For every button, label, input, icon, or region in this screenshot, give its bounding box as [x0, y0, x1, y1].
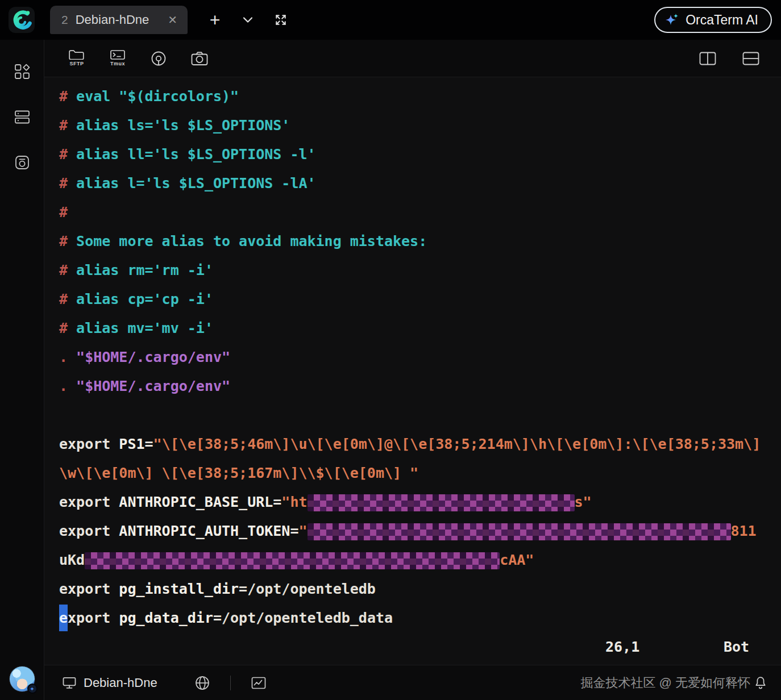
terminal-text: cAA" [500, 552, 534, 568]
tab-title: Debian-hDne [76, 13, 149, 27]
terminal-line: # alias ll='ls $LS_OPTIONS -l' [59, 140, 781, 169]
terminal-text: alias cp='cp -i' [76, 291, 213, 307]
terminal-text: eval "$(dircolors)" [76, 88, 239, 105]
tmux-button[interactable]: Tmux [105, 50, 131, 66]
terminal-text: = [273, 494, 281, 510]
terminal-window-icon [110, 50, 125, 60]
bell-icon[interactable] [754, 676, 767, 690]
terminal-line: . "$HOME/.cargo/env" [59, 343, 781, 372]
orcaterm-ai-button[interactable]: OrcaTerm AI [654, 7, 772, 33]
terminal-line: export pg_data_dir=/opt/openteledb_data [59, 603, 781, 632]
terminal-line: . "$HOME/.cargo/env" [59, 372, 781, 401]
stats-icon [251, 677, 266, 689]
plugin-icon [150, 50, 167, 67]
terminal-line: # alias l='ls $LS_OPTIONS -lA' [59, 169, 781, 198]
redacted-secret [308, 494, 575, 511]
title-bar: 2 Debian-hDne ✕ + [0, 0, 781, 40]
terminal-line: # alias ls='ls $LS_OPTIONS' [59, 111, 781, 140]
terminal-text: = [145, 436, 153, 452]
terminal-text: s" [575, 494, 592, 510]
terminal-toolbar: SFTP Tmux [44, 40, 781, 77]
terminal-line: export pg_install_dir=/opt/openteledb [59, 574, 781, 603]
terminal-text: export [59, 494, 119, 510]
terminal-text: xport [68, 610, 119, 626]
terminal-text: ANTHROPIC_AUTH_TOKEN [119, 523, 290, 539]
folder-icon [69, 50, 85, 60]
new-tab-button[interactable]: + [205, 10, 225, 30]
terminal-text: # [59, 262, 76, 278]
chevron-down-icon[interactable] [238, 10, 258, 30]
sessions-icon [14, 154, 31, 171]
terminal-text: # [59, 146, 76, 163]
terminal-text: \w\[\e[0m\] \[\e[38;5;167m\]\\$\[\e[0m\]… [59, 465, 418, 481]
expand-icon[interactable] [271, 10, 291, 30]
terminal-lines: # eval "$(dircolors)"# alias ls='ls $LS_… [59, 82, 781, 632]
sidebar-item-hosts[interactable] [10, 105, 35, 130]
terminal-text: pg_install_dir [119, 581, 239, 597]
screenshot-button[interactable] [186, 51, 213, 66]
terminal-text: uKd [59, 552, 85, 568]
split-horizontal-button[interactable] [738, 52, 764, 65]
apps-grid-icon [14, 63, 31, 80]
terminal-text: "\[\e[38;5;46m\]\u\[\e[0m\]@\[\e[38;5;21… [153, 436, 761, 452]
terminal-text: "$HOME/.cargo/env" [76, 378, 230, 394]
terminal-line: # alias rm='rm -i' [59, 256, 781, 285]
redacted-secret [308, 523, 731, 540]
app-logo-icon [8, 6, 35, 34]
sftp-label: SFTP [69, 61, 84, 66]
tab-debian-hdne[interactable]: 2 Debian-hDne ✕ [50, 6, 188, 34]
sidebar-item-apps[interactable] [10, 59, 35, 84]
terminal-text: . [59, 349, 76, 365]
plugin-button[interactable] [146, 50, 172, 67]
terminal-text: export [59, 436, 119, 452]
terminal-text: # [59, 88, 76, 105]
split-vertical-icon [699, 52, 716, 65]
sidebar-item-sessions[interactable] [10, 150, 35, 175]
tmux-label: Tmux [110, 61, 125, 66]
app-window: 2 Debian-hDne ✕ + [0, 0, 781, 700]
user-avatar[interactable]: ✦ [9, 666, 35, 692]
main-panel: SFTP Tmux [44, 40, 781, 700]
terminal-text: # [59, 233, 76, 249]
terminal-text: " [298, 523, 307, 539]
ai-button-label: OrcaTerm AI [686, 13, 758, 28]
terminal-text: alias ll='ls $LS_OPTIONS -l' [76, 146, 315, 163]
terminal-text: . [59, 378, 76, 394]
app-logo[interactable] [8, 6, 35, 34]
terminal-text: alias mv='mv -i' [76, 320, 213, 336]
terminal-text: alias ls='ls $LS_OPTIONS' [76, 117, 290, 134]
terminal-text: =/opt/openteledb [239, 581, 376, 597]
status-bar: Debian-hDne 掘金 [44, 665, 781, 700]
vim-ruler-position: 26,1 [605, 632, 639, 661]
terminal-text: export [59, 523, 119, 539]
terminal-text: = [290, 523, 298, 539]
session-icon [63, 677, 76, 689]
sftp-button[interactable]: SFTP [64, 50, 90, 66]
stats-button[interactable] [251, 677, 266, 689]
terminal-text: # [59, 291, 76, 307]
redacted-secret [85, 552, 500, 569]
terminal-line: # alias cp='cp -i' [59, 285, 781, 314]
terminal-line: export ANTHROPIC_AUTH_TOKEN="811 [59, 516, 781, 545]
server-icon [14, 109, 31, 126]
sparkle-icon [664, 12, 680, 28]
sidebar: ✦ [0, 40, 44, 700]
terminal-text: =/opt/openteledb_data [213, 610, 393, 626]
globe-icon [195, 676, 210, 690]
close-icon[interactable]: ✕ [157, 13, 177, 27]
session-name: Debian-hDne [84, 676, 157, 690]
terminal-line: \w\[\e[0m\] \[\e[38;5;167m\]\\$\[\e[0m\]… [59, 459, 781, 488]
terminal-text: pg_data_dir [119, 610, 213, 626]
split-vertical-button[interactable] [695, 52, 721, 65]
terminal-text: "ht [281, 494, 307, 510]
camera-icon [191, 51, 208, 66]
network-button[interactable] [195, 676, 210, 690]
terminal-text: export [59, 581, 119, 597]
terminal-text: # [59, 175, 76, 191]
vim-ruler-scroll: Bot [724, 632, 749, 661]
avatar-badge-icon: ✦ [27, 684, 38, 694]
session-indicator[interactable]: Debian-hDne [63, 676, 157, 690]
terminal-output[interactable]: # eval "$(dircolors)"# alias ls='ls $LS_… [44, 77, 781, 665]
terminal-text: # [59, 204, 68, 220]
terminal-text: PS1 [119, 436, 144, 452]
